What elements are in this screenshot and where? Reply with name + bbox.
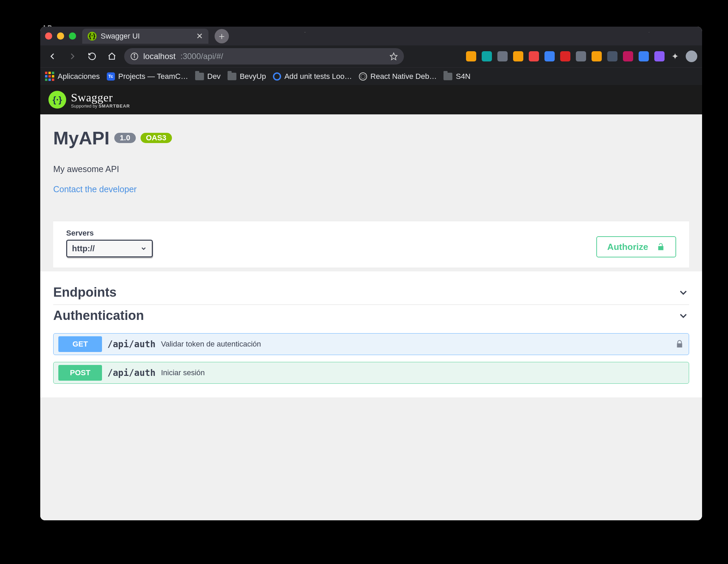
back-button[interactable] — [45, 49, 60, 64]
servers-column: Servers http:// — [66, 229, 153, 257]
reload-button[interactable] — [85, 49, 100, 64]
extension-icon[interactable] — [576, 51, 586, 61]
toolbar: localhost:3000/api/#/ ✦ — [40, 45, 702, 67]
servers-label: Servers — [66, 229, 153, 238]
profile-avatar[interactable] — [686, 51, 697, 62]
browser-tab[interactable]: {·} Swagger UI ✕ — [82, 29, 208, 44]
tab-bar: {·} Swagger UI ✕ ＋ — [40, 27, 702, 45]
extension-icon[interactable] — [482, 51, 492, 61]
swagger-brand-subtitle: Supported by SMARTBEAR — [71, 103, 130, 109]
swagger-topbar: {·} Swagger Supported by SMARTBEAR — [40, 85, 702, 114]
circle-icon — [273, 72, 281, 81]
maximize-window-button[interactable] — [69, 32, 76, 40]
http-method-badge: GET — [58, 336, 102, 352]
apps-icon — [45, 72, 54, 81]
tags-section: Endpoints Authentication — [40, 271, 702, 328]
operation-post-auth[interactable]: POST /api/auth Iniciar sesión — [53, 362, 689, 384]
bookmark-star-icon[interactable] — [390, 52, 398, 60]
bookmark-label: React Native Deb… — [370, 72, 437, 81]
info-icon — [130, 52, 139, 60]
globe-icon — [359, 72, 367, 81]
bookmark-label: Dev — [207, 72, 221, 81]
bookmark-s4n[interactable]: S4N — [443, 72, 470, 81]
folder-icon — [195, 73, 204, 80]
server-selected-value: http:// — [72, 244, 95, 253]
bookmark-rn-debug[interactable]: React Native Deb… — [359, 72, 437, 81]
lock-icon[interactable] — [675, 340, 684, 349]
chevron-down-icon — [678, 310, 689, 322]
swagger-favicon: {·} — [88, 32, 97, 41]
bookmark-label: S4N — [456, 72, 470, 81]
contact-link[interactable]: Contact the developer — [53, 184, 689, 194]
bookmark-projects[interactable]: Tc Projects — TeamC… — [107, 72, 188, 81]
window-controls — [45, 32, 76, 40]
bookmark-label: Projects — TeamC… — [118, 72, 188, 81]
operations-list: GET /api/auth Validar token de autentica… — [40, 328, 702, 397]
tag-title: Authentication — [53, 308, 144, 323]
servers-block: Servers http:// Authorize — [53, 221, 689, 268]
forward-button[interactable] — [65, 49, 80, 64]
browser-window: {·} Swagger UI ✕ ＋ localhost:3000/api/#/ — [40, 27, 702, 520]
new-tab-button[interactable]: ＋ — [215, 29, 229, 43]
chevron-down-icon — [140, 245, 147, 252]
api-description: My awesome API — [53, 164, 689, 174]
bookmark-label: Aplicaciones — [58, 72, 100, 81]
extension-icon[interactable] — [592, 51, 602, 61]
extension-icon[interactable] — [607, 51, 617, 61]
operation-path: /api/auth — [107, 339, 156, 349]
home-button[interactable] — [104, 49, 119, 64]
extension-icon[interactable] — [497, 51, 508, 61]
swagger-mark-icon: {·} — [48, 91, 66, 109]
version-badge: 1.0 — [114, 133, 136, 143]
bookmark-label: BevyUp — [240, 72, 266, 81]
api-info: MyAPI 1.0 OAS3 My awesome API Contact th… — [40, 114, 702, 271]
tag-endpoints[interactable]: Endpoints — [53, 282, 689, 305]
extension-icon[interactable] — [544, 51, 555, 61]
extension-icon[interactable] — [529, 51, 539, 61]
authorize-button[interactable]: Authorize — [596, 236, 676, 257]
bookmark-bevyup[interactable]: BevyUp — [228, 72, 266, 81]
swagger-brand-title: Swagger — [71, 91, 130, 104]
teamcity-icon: Tc — [107, 72, 115, 81]
authorize-label: Authorize — [607, 242, 648, 252]
operation-summary: Iniciar sesión — [161, 368, 205, 377]
operation-path: /api/auth — [107, 368, 156, 378]
api-title-row: MyAPI 1.0 OAS3 — [53, 127, 689, 149]
extension-icon[interactable] — [623, 51, 633, 61]
close-tab-icon[interactable]: ✕ — [196, 31, 203, 41]
bookmark-apps[interactable]: Aplicaciones — [45, 72, 100, 81]
bookmark-add-unit[interactable]: Add unit tests Loo… — [273, 72, 352, 81]
svg-marker-3 — [390, 53, 397, 60]
extension-icon[interactable] — [513, 51, 523, 61]
extension-icons: ✦ — [466, 51, 697, 62]
svg-point-2 — [134, 54, 135, 55]
folder-icon — [443, 73, 452, 80]
lock-open-icon — [656, 242, 665, 251]
folder-icon — [228, 73, 236, 80]
bookmark-label: Add unit tests Loo… — [285, 72, 352, 81]
url-path: :3000/api/#/ — [180, 52, 223, 61]
oas-badge: OAS3 — [141, 133, 172, 143]
swagger-brand-text: Swagger Supported by SMARTBEAR — [71, 91, 130, 109]
bookmarks-bar: Aplicaciones Tc Projects — TeamC… Dev Be… — [40, 67, 702, 85]
minimize-window-button[interactable] — [57, 32, 64, 40]
extension-icon[interactable] — [466, 51, 476, 61]
extension-icon[interactable] — [639, 51, 649, 61]
address-bar[interactable]: localhost:3000/api/#/ — [124, 48, 404, 65]
page-content: {·} Swagger Supported by SMARTBEAR MyAPI… — [40, 85, 702, 520]
extensions-menu-icon[interactable]: ✦ — [670, 51, 680, 61]
extension-icon[interactable] — [654, 51, 665, 61]
swagger-logo[interactable]: {·} Swagger Supported by SMARTBEAR — [48, 91, 130, 109]
api-title: MyAPI — [53, 127, 110, 149]
operation-summary: Validar token de autenticación — [161, 340, 261, 349]
tag-authentication[interactable]: Authentication — [53, 305, 689, 328]
chevron-down-icon — [678, 287, 689, 298]
tab-title: Swagger UI — [101, 32, 140, 41]
close-window-button[interactable] — [45, 32, 52, 40]
operation-get-auth[interactable]: GET /api/auth Validar token de autentica… — [53, 333, 689, 355]
url-host: localhost — [143, 52, 176, 61]
bookmark-dev[interactable]: Dev — [195, 72, 221, 81]
extension-icon[interactable] — [560, 51, 570, 61]
server-select[interactable]: http:// — [66, 240, 153, 257]
http-method-badge: POST — [58, 365, 102, 381]
